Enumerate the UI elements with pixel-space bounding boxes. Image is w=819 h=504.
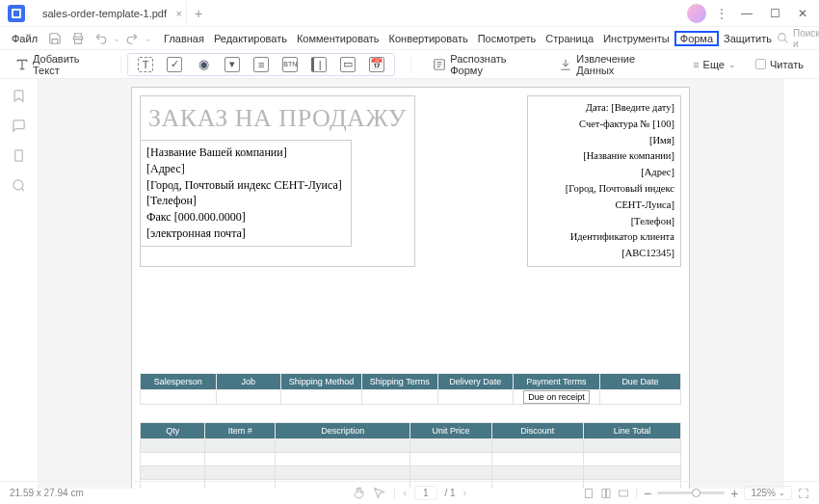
svg-rect-12: [607, 489, 611, 497]
table-row[interactable]: [141, 452, 681, 465]
menu-convert[interactable]: Конвертировать: [384, 33, 473, 44]
th-desc: Description: [276, 422, 410, 438]
table-row[interactable]: [141, 438, 681, 452]
field-city: [Город, Почтовый индекс СЕНТ-Луиса]: [534, 181, 674, 214]
svg-rect-1: [13, 11, 19, 16]
list-field-icon[interactable]: ≡: [253, 57, 269, 72]
field-company: [Название компании]: [534, 148, 674, 165]
dropdown-field-icon[interactable]: ▾: [225, 57, 240, 72]
page-number-input[interactable]: 1: [414, 486, 437, 500]
select-tool-icon[interactable]: [373, 487, 385, 499]
view-fit-icon[interactable]: [618, 488, 629, 499]
maximize-button[interactable]: ☐: [766, 7, 784, 20]
radio-field-icon[interactable]: ◉: [196, 57, 211, 72]
hand-tool-icon[interactable]: [353, 487, 365, 499]
view-continuous-icon[interactable]: [600, 488, 612, 499]
add-text-button[interactable]: Добавить Текст: [10, 53, 115, 76]
menu-page[interactable]: Страница: [541, 33, 598, 44]
menu-main[interactable]: Главная: [159, 33, 209, 44]
comment-icon[interactable]: [12, 119, 26, 133]
date-field-icon[interactable]: 📅: [369, 57, 384, 72]
menu-tools[interactable]: Инструменты: [598, 33, 674, 44]
page: ЗАКАЗ НА ПРОДАЖУ Дата: [Введите дату] Сч…: [131, 87, 690, 489]
text-field-icon[interactable]: T: [138, 57, 153, 72]
read-checkbox[interactable]: [755, 59, 766, 69]
field-date: Дата: [Введите дату]: [534, 100, 674, 117]
extract-data-button[interactable]: Извлечение Данных: [553, 53, 681, 76]
th-item: Item #: [205, 422, 276, 438]
field-address: [Адрес]: [534, 165, 674, 181]
svg-rect-2: [75, 39, 82, 43]
button-field-icon[interactable]: BTN: [282, 57, 298, 72]
redo-icon[interactable]: [120, 32, 144, 45]
zoom-slider[interactable]: [657, 491, 725, 494]
menu-file[interactable]: Файл: [6, 33, 43, 44]
minimize-button[interactable]: —: [737, 7, 756, 20]
zoom-in-icon[interactable]: +: [730, 486, 738, 501]
redo-chevron-icon[interactable]: ⌄: [144, 33, 151, 43]
due-on-receipt[interactable]: Due on receipt: [523, 390, 590, 404]
svg-line-4: [784, 40, 787, 42]
company-fax: Факс [000.000.0000]: [146, 209, 345, 225]
svg-line-9: [21, 188, 24, 191]
menu-edit[interactable]: Редактировать: [209, 33, 292, 44]
extract-icon: [559, 58, 572, 71]
search-label[interactable]: Поиск и: [793, 28, 819, 49]
signature-field-icon[interactable]: |: [311, 57, 327, 72]
search-icon[interactable]: [777, 32, 789, 44]
app-icon[interactable]: [8, 5, 25, 22]
zoom-level[interactable]: 125%⌄: [744, 486, 792, 500]
zoom-out-icon[interactable]: −: [644, 486, 651, 501]
close-tab-icon[interactable]: ×: [176, 8, 182, 19]
search-panel-icon[interactable]: [12, 178, 26, 193]
close-window-button[interactable]: ✕: [794, 7, 811, 20]
bookmark-icon[interactable]: [12, 89, 26, 103]
document-canvas[interactable]: ЗАКАЗ НА ПРОДАЖУ Дата: [Введите дату] Сч…: [39, 79, 782, 489]
company-phone: [Телефон]: [146, 193, 345, 209]
more-lines-icon: ≡: [693, 59, 699, 70]
more-button[interactable]: ≡ Еще ⌄: [687, 59, 742, 70]
th-qty: Qty: [141, 422, 205, 438]
read-button[interactable]: Читать: [750, 59, 809, 70]
undo-icon[interactable]: [90, 32, 113, 45]
add-text-label: Добавить Текст: [33, 53, 109, 76]
th-payment: Payment Terms: [514, 373, 600, 389]
company-info-box[interactable]: [Название Вашей компании] [Адрес] [Город…: [140, 140, 352, 247]
form-toolbar: Добавить Текст T ✓ ◉ ▾ ≡ BTN | ▭ 📅 Распо…: [0, 50, 819, 79]
th-price: Unit Price: [410, 422, 491, 438]
recognize-icon: [433, 58, 446, 71]
more-icon[interactable]: ⋮: [716, 7, 727, 20]
titlebar: sales-order-template-1.pdf × + ⋮ — ☐ ✕: [0, 0, 819, 27]
checkbox-field-icon[interactable]: ✓: [167, 57, 182, 72]
recognize-form-button[interactable]: Распознать Форму: [427, 53, 547, 76]
items-table[interactable]: Qty Item # Description Unit Price Discou…: [140, 422, 681, 489]
shipping-table[interactable]: Salesperson Job Shipping Method Shipping…: [140, 373, 681, 405]
buyer-info-box[interactable]: Дата: [Введите дату] Счет-фактура № [100…: [527, 95, 681, 267]
fullscreen-icon[interactable]: [798, 488, 809, 499]
save-icon[interactable]: [43, 32, 66, 45]
company-email: [электронная почта]: [146, 225, 345, 242]
next-page-icon[interactable]: ›: [463, 488, 466, 498]
document-tab[interactable]: sales-order-template-1.pdf ×: [33, 2, 187, 25]
table-row[interactable]: [141, 465, 681, 479]
th-job: Job: [216, 373, 280, 389]
menu-view[interactable]: Посмотреть: [473, 33, 542, 44]
extract-label: Извлечение Данных: [576, 53, 675, 76]
svg-rect-11: [602, 489, 606, 497]
menu-form[interactable]: Форма: [674, 31, 719, 46]
image-field-icon[interactable]: ▭: [340, 57, 356, 72]
menu-comment[interactable]: Комментировать: [292, 33, 384, 44]
tab-title: sales-order-template-1.pdf: [42, 8, 167, 19]
undo-chevron-icon[interactable]: ⌄: [113, 33, 120, 43]
view-single-icon[interactable]: [583, 488, 594, 499]
table-row[interactable]: Due on receipt: [141, 389, 681, 404]
th-discount: Discount: [491, 422, 583, 438]
user-avatar[interactable]: [687, 4, 706, 23]
menu-protect[interactable]: Защитить: [719, 33, 777, 44]
print-icon[interactable]: [66, 32, 90, 45]
add-tab-button[interactable]: +: [195, 6, 202, 21]
prev-page-icon[interactable]: ‹: [404, 488, 407, 498]
statusbar: 21.59 x 27.94 cm | ‹ 1 / 1 › | − + 125%⌄: [0, 481, 819, 504]
company-city: [Город, Почтовый индекс СЕНТ-Луиса]: [146, 177, 345, 194]
attachment-icon[interactable]: [12, 148, 26, 163]
